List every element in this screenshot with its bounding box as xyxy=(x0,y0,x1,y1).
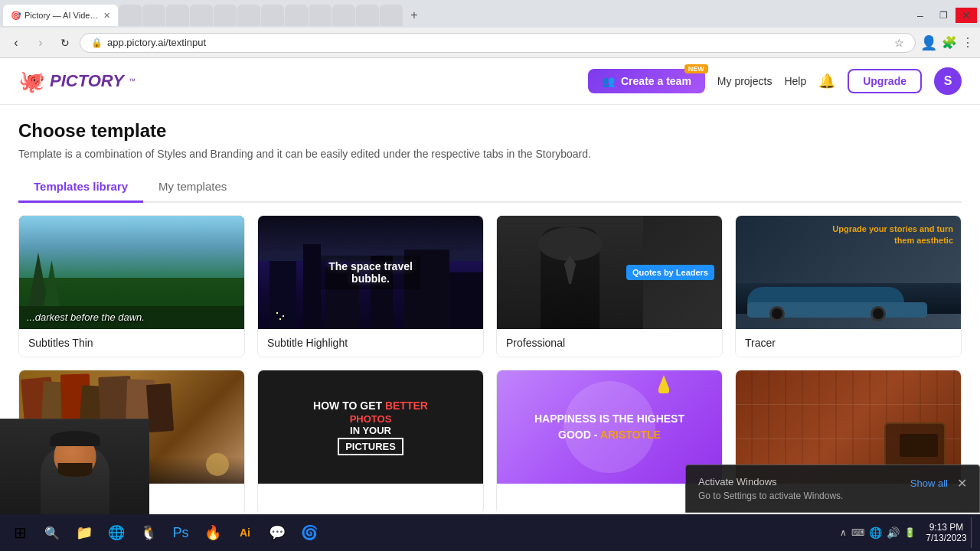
template-label-subtitle-highlight: Subtitle Highlight xyxy=(258,329,483,357)
lock-icon: 🔒 xyxy=(91,37,103,48)
tab-close[interactable]: ✕ xyxy=(103,11,110,21)
logo-octopus-icon: 🐙 xyxy=(18,69,45,94)
tab-other-11[interactable] xyxy=(356,5,379,26)
tab-other-8[interactable] xyxy=(285,5,308,26)
tray-keyboard[interactable]: ⌨ xyxy=(851,527,864,538)
window-close[interactable]: ✕ xyxy=(956,8,977,23)
browser-chrome: 🎯 Pictory — AI Video C... ✕ + – ❐ ✕ ‹ › … xyxy=(0,0,980,58)
tray-up-arrow[interactable]: ∧ xyxy=(840,527,847,538)
window-minimize[interactable]: – xyxy=(910,8,931,23)
windows-notification: Activate Windows Go to Settings to activ… xyxy=(685,465,980,513)
taskbar-icon-edge[interactable]: 🌀 xyxy=(294,517,325,548)
page-subtitle: Template is a combination of Styles and … xyxy=(18,148,962,160)
template-thumb-professional: Quotes by Leaders xyxy=(497,216,722,329)
logo-tm: ™ xyxy=(129,77,136,85)
tab-other-2[interactable] xyxy=(142,5,165,26)
profile-icon[interactable]: 👤 xyxy=(920,34,937,51)
tab-pictory[interactable]: 🎯 Pictory — AI Video C... ✕ xyxy=(3,5,118,26)
my-projects-link[interactable]: My projects xyxy=(717,75,773,87)
team-icon: 👥 xyxy=(602,75,615,87)
template-card-youtube[interactable]: HOW TO GET BETTER PHOTOS IN YOUR PICTURE… xyxy=(257,370,484,515)
taskbar-icon-chrome[interactable]: 🌐 xyxy=(101,517,132,548)
tab-other-3[interactable] xyxy=(166,5,189,26)
logo-text: PICTORY xyxy=(50,71,124,91)
tracer-caption: Upgrade your stories and turn them aesth… xyxy=(831,223,953,247)
template-thumb-subtitle-highlight: The space travelbubble. xyxy=(258,216,483,329)
taskbar-icon-ai[interactable]: Ai xyxy=(230,517,260,548)
webcam-overlay: ∧ xyxy=(0,419,149,514)
help-link[interactable]: Help xyxy=(784,75,806,87)
taskbar-clock[interactable]: 9:13 PM 7/13/2023 xyxy=(923,522,969,543)
tab-other-9[interactable] xyxy=(309,5,332,26)
menu-button[interactable]: ⋮ xyxy=(962,35,974,50)
tab-other-7[interactable] xyxy=(261,5,284,26)
create-team-button[interactable]: 👥 Create a team NEW xyxy=(588,69,705,93)
new-tab-button[interactable]: + xyxy=(403,5,425,26)
tray-battery[interactable]: 🔋 xyxy=(904,527,916,538)
template-card-tracer[interactable]: Upgrade your stories and turn them aesth… xyxy=(735,215,962,357)
win-notification-body: Go to Settings to activate Windows. xyxy=(698,491,843,501)
template-label-professional: Professional xyxy=(497,329,722,357)
url-bar[interactable]: 🔒 app.pictory.ai/textinput ☆ xyxy=(80,33,916,53)
taskbar-icon-discord[interactable]: 💬 xyxy=(262,517,292,548)
tab-my-templates[interactable]: My templates xyxy=(143,172,242,201)
create-team-label: Create a team xyxy=(621,75,691,87)
template-card-subtitle-highlight[interactable]: The space travelbubble. Subtitle Highlig… xyxy=(257,215,484,357)
app-header: 🐙 PICTORY ™ 👥 Create a team NEW My proje… xyxy=(0,58,980,105)
tab-other-5[interactable] xyxy=(214,5,237,26)
start-button[interactable]: ⊞ xyxy=(5,517,35,548)
page-title: Choose template xyxy=(18,120,962,142)
tab-templates-library[interactable]: Templates library xyxy=(18,172,143,203)
notification-close[interactable]: ✕ xyxy=(957,476,967,491)
template-label-youtube xyxy=(258,484,483,514)
tray-network[interactable]: 🌐 xyxy=(869,527,882,539)
subtitles-thin-caption: ...darkest before the dawn. xyxy=(27,311,145,323)
template-thumb-youtube: HOW TO GET BETTER PHOTOS IN YOUR PICTURE… xyxy=(258,370,483,484)
template-card-subtitles-thin[interactable]: ...darkest before the dawn. Subtitles Th… xyxy=(18,215,245,357)
tab-other-1[interactable] xyxy=(119,5,142,26)
search-button[interactable]: 🔍 xyxy=(37,517,67,548)
extensions-icon[interactable]: 🧩 xyxy=(942,35,957,50)
window-restore[interactable]: ❐ xyxy=(933,8,954,23)
user-avatar[interactable]: S xyxy=(934,67,962,95)
taskbar-icon-fire[interactable]: 🔥 xyxy=(198,517,228,548)
forward-button[interactable]: › xyxy=(31,33,51,53)
template-thumb-tracer: Upgrade your stories and turn them aesth… xyxy=(736,216,961,329)
upgrade-button[interactable]: Upgrade xyxy=(848,69,922,93)
tab-other-4[interactable] xyxy=(190,5,213,26)
taskbar-icon-terminal[interactable]: 🐧 xyxy=(133,517,164,548)
template-tabs: Templates library My templates xyxy=(18,172,962,203)
tab-other-6[interactable] xyxy=(237,5,260,26)
template-label-tracer: Tracer xyxy=(736,329,961,357)
tab-other-10[interactable] xyxy=(332,5,355,26)
taskbar-icon-files[interactable]: 📁 xyxy=(69,517,100,548)
win-notification-title: Activate Windows xyxy=(698,476,843,487)
bookmark-icon[interactable]: ☆ xyxy=(894,37,904,49)
new-badge: NEW xyxy=(684,64,708,73)
template-thumb-subtitles-thin: ...darkest before the dawn. xyxy=(19,216,244,329)
pictory-logo[interactable]: 🐙 PICTORY ™ xyxy=(18,69,136,94)
taskbar-icon-ps[interactable]: Ps xyxy=(165,517,196,548)
show-desktop[interactable] xyxy=(971,517,975,548)
template-label-subtitles-thin: Subtitles Thin xyxy=(19,329,244,357)
taskbar: ⊞ 🔍 📁 🌐 🐧 Ps 🔥 Ai 💬 🌀 ∧ ⌨ 🌐 🔊 🔋 9:13 PM … xyxy=(0,514,980,551)
tab-other-12[interactable] xyxy=(380,5,403,26)
template-card-professional[interactable]: Quotes by Leaders Professional xyxy=(496,215,723,357)
show-all-link[interactable]: Show all xyxy=(910,478,948,489)
url-text: app.pictory.ai/textinput xyxy=(107,37,206,48)
quotes-by-leaders-badge: Quotes by Leaders xyxy=(626,265,714,280)
tray-sound[interactable]: 🔊 xyxy=(887,527,900,539)
system-tray: ∧ ⌨ 🌐 🔊 🔋 xyxy=(834,527,922,539)
notification-button[interactable]: 🔔 xyxy=(818,73,835,90)
reload-button[interactable]: ↻ xyxy=(55,33,75,53)
back-button[interactable]: ‹ xyxy=(6,33,26,53)
